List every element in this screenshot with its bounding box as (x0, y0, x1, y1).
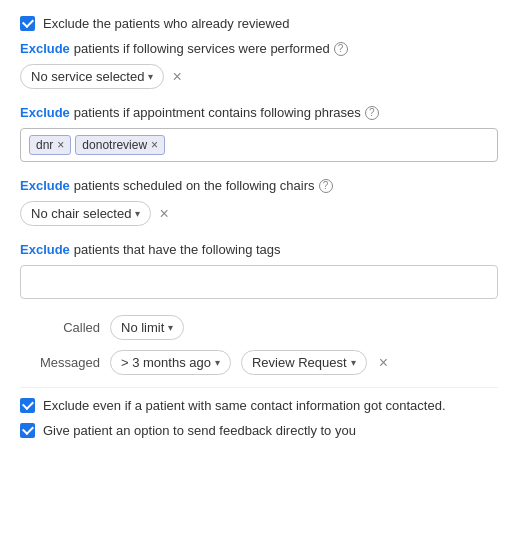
phrases-input-area[interactable]: dnr × donotreview × (20, 128, 498, 162)
phrases-label-row: Exclude patients if appointment contains… (20, 105, 498, 120)
phrase-tag-donotreview-remove[interactable]: × (151, 138, 158, 152)
divider (20, 387, 498, 388)
chairs-middle-text: patients scheduled on the following chai… (74, 178, 315, 193)
phrases-section: Exclude patients if appointment contains… (20, 105, 498, 162)
tags-middle-text: patients that have the following tags (74, 242, 281, 257)
messaged-time-caret-icon: ▾ (215, 357, 220, 368)
phrases-exclude-link[interactable]: Exclude (20, 105, 70, 120)
called-label: Called (20, 320, 100, 335)
services-caret-icon: ▾ (148, 71, 153, 82)
phrase-tag-dnr-remove[interactable]: × (57, 138, 64, 152)
exclude-same-contact-row: Exclude even if a patient with same cont… (20, 398, 498, 413)
services-section: Exclude patients if following services w… (20, 41, 498, 89)
messaged-time-dropdown[interactable]: > 3 months ago ▾ (110, 350, 231, 375)
called-caret-icon: ▾ (168, 322, 173, 333)
messaged-clear-button[interactable]: × (377, 355, 390, 371)
phrase-tag-donotreview: donotreview × (75, 135, 165, 155)
phrase-tag-dnr-text: dnr (36, 138, 53, 152)
exclude-same-contact-label: Exclude even if a patient with same cont… (43, 398, 446, 413)
chairs-dropdown[interactable]: No chair selected ▾ (20, 201, 151, 226)
phrase-tag-dnr: dnr × (29, 135, 71, 155)
services-clear-button[interactable]: × (170, 69, 183, 85)
messaged-type-caret-icon: ▾ (351, 357, 356, 368)
tags-exclude-link[interactable]: Exclude (20, 242, 70, 257)
tags-input[interactable] (20, 265, 498, 299)
called-messaged-section: Called No limit ▾ Messaged > 3 months ag… (20, 315, 498, 375)
exclude-reviewed-row: Exclude the patients who already reviewe… (20, 16, 498, 31)
exclude-reviewed-checkbox[interactable] (20, 16, 35, 31)
chairs-caret-icon: ▾ (135, 208, 140, 219)
messaged-row: Messaged > 3 months ago ▾ Review Request… (20, 350, 498, 375)
chairs-help-icon[interactable]: ? (319, 179, 333, 193)
services-dropdown[interactable]: No service selected ▾ (20, 64, 164, 89)
called-dropdown[interactable]: No limit ▾ (110, 315, 184, 340)
services-dropdown-label: No service selected (31, 69, 144, 84)
called-dropdown-label: No limit (121, 320, 164, 335)
services-label-row: Exclude patients if following services w… (20, 41, 498, 56)
messaged-type-dropdown[interactable]: Review Request ▾ (241, 350, 367, 375)
chairs-clear-button[interactable]: × (157, 206, 170, 222)
services-controls: No service selected ▾ × (20, 64, 498, 89)
phrases-help-icon[interactable]: ? (365, 106, 379, 120)
services-middle-text: patients if following services were perf… (74, 41, 330, 56)
services-help-icon[interactable]: ? (334, 42, 348, 56)
chairs-label-row: Exclude patients scheduled on the follow… (20, 178, 498, 193)
exclude-reviewed-label: Exclude the patients who already reviewe… (43, 16, 289, 31)
chairs-exclude-link[interactable]: Exclude (20, 178, 70, 193)
exclude-same-contact-checkbox[interactable] (20, 398, 35, 413)
called-row: Called No limit ▾ (20, 315, 498, 340)
messaged-type-label: Review Request (252, 355, 347, 370)
give-feedback-row: Give patient an option to send feedback … (20, 423, 498, 438)
chairs-section: Exclude patients scheduled on the follow… (20, 178, 498, 226)
chairs-controls: No chair selected ▾ × (20, 201, 498, 226)
messaged-time-label: > 3 months ago (121, 355, 211, 370)
chairs-dropdown-label: No chair selected (31, 206, 131, 221)
tags-section: Exclude patients that have the following… (20, 242, 498, 299)
give-feedback-checkbox[interactable] (20, 423, 35, 438)
phrases-middle-text: patients if appointment contains followi… (74, 105, 361, 120)
messaged-label: Messaged (20, 355, 100, 370)
services-exclude-link[interactable]: Exclude (20, 41, 70, 56)
give-feedback-label: Give patient an option to send feedback … (43, 423, 356, 438)
tags-label-row: Exclude patients that have the following… (20, 242, 498, 257)
phrase-tag-donotreview-text: donotreview (82, 138, 147, 152)
